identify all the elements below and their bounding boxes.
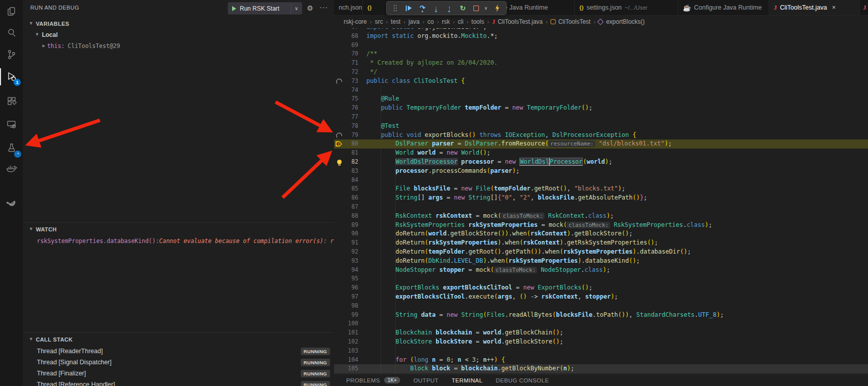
close-icon[interactable]: × <box>832 4 836 11</box>
stop-chevron-icon[interactable]: ∨ <box>484 3 490 14</box>
glyph-margin[interactable] <box>336 195 346 202</box>
variables-scope-local[interactable]: ▼ Local <box>23 29 334 40</box>
code-line-98[interactable]: 98 <box>334 302 868 311</box>
call-stack-thread[interactable]: Thread [Reference Handler]RUNNING <box>23 379 334 386</box>
glyph-margin[interactable] <box>336 185 346 192</box>
glyph-margin[interactable] <box>336 365 346 372</box>
glyph-margin[interactable] <box>336 329 346 336</box>
glyph-margin[interactable] <box>336 230 346 237</box>
step-out-button[interactable]: ↑ <box>444 3 455 14</box>
glyph-margin[interactable] <box>336 60 346 67</box>
tab-clitoolstest-java[interactable]: JCliToolsTest.java× <box>769 0 860 15</box>
code-line-89[interactable]: 89RskSystemProperties rskSystemPropertie… <box>334 221 868 230</box>
code-line-85[interactable]: 85File blocksFile = new File(tempFolder.… <box>334 184 868 194</box>
call-stack-thread[interactable]: Thread [Signal Dispatcher]RUNNING <box>23 357 334 368</box>
code-line-91[interactable]: 91doReturn(rskSystemProperties).when(rsk… <box>334 238 868 248</box>
code-line-88[interactable]: 88RskContext rskContext = mock(classToMo… <box>334 212 868 221</box>
toolbar-drag-handle[interactable] <box>390 3 401 14</box>
code-line-100[interactable]: 100 <box>334 319 868 328</box>
call-stack-section-header[interactable]: ▼ CALL STACK <box>23 334 334 345</box>
code-line-103[interactable]: 103 <box>334 347 868 356</box>
explorer-icon[interactable] <box>0 1 23 22</box>
glyph-margin[interactable] <box>336 222 346 229</box>
code-line-72[interactable]: 72 */ <box>334 68 868 77</box>
docker-icon[interactable] <box>0 158 23 179</box>
search-icon[interactable] <box>0 22 23 43</box>
glyph-margin[interactable] <box>336 132 346 139</box>
glyph-margin[interactable] <box>336 348 346 355</box>
code-editor[interactable]: 67import static org.junit.Assert.*;68imp… <box>334 0 868 374</box>
glyph-margin[interactable] <box>336 339 346 346</box>
glyph-margin[interactable] <box>336 294 346 301</box>
tab-settings-json[interactable]: {}settings.json~/.../User <box>575 0 678 15</box>
variable-this[interactable]: ▼ this: CliToolsTest@29 <box>23 40 334 52</box>
code-line-84[interactable]: 84 <box>334 176 868 185</box>
code-line-73[interactable]: 73public class CliToolsTest { <box>334 77 868 86</box>
glyph-margin[interactable] <box>336 204 346 211</box>
glyph-margin[interactable] <box>336 239 346 247</box>
extensions-icon[interactable] <box>0 90 23 112</box>
glyph-margin[interactable] <box>336 312 346 319</box>
run-and-debug-icon[interactable]: 1 <box>0 66 23 87</box>
stop-button[interactable] <box>471 3 482 14</box>
breadcrumb-rskj-core[interactable]: rskj-core <box>344 18 367 25</box>
panel-tab-output[interactable]: OUTPUT <box>413 377 439 383</box>
panel-tab-problems[interactable]: PROBLEMS1K+ <box>346 377 400 383</box>
glyph-margin[interactable] <box>336 177 346 184</box>
code-line-80[interactable]: 80DslParser parser = DslParser.fromResou… <box>334 139 868 149</box>
panel-tab-debug-console[interactable]: DEBUG CONSOLE <box>496 377 549 383</box>
breadcrumb-rsk[interactable]: rsk <box>442 18 450 25</box>
breadcrumb-java[interactable]: java <box>408 18 419 25</box>
step-into-button[interactable]: ↓ <box>430 3 442 14</box>
testing-flask-icon[interactable]: ◔ <box>0 137 23 159</box>
glyph-margin[interactable] <box>336 284 346 292</box>
glyph-margin[interactable] <box>336 95 346 103</box>
watch-section-header[interactable]: ▼ WATCH <box>23 224 334 235</box>
glyph-margin[interactable] <box>336 123 346 130</box>
code-line-104[interactable]: 104for (long n = 0; n < 3; n++) { <box>334 356 868 365</box>
code-line-96[interactable]: 96ExportBlocks exportBlocksCliTool = new… <box>334 283 868 293</box>
restart-button[interactable]: ↻ <box>457 3 468 14</box>
variables-section-header[interactable]: ▼ VARIABLES <box>23 18 334 29</box>
step-over-button[interactable]: ↷ <box>417 3 428 14</box>
glyph-margin[interactable] <box>336 159 346 166</box>
code-line-78[interactable]: 78@Test <box>334 122 868 131</box>
code-line-82[interactable]: 82WorldDslProcessor processor = new Worl… <box>334 158 868 167</box>
code-line-69[interactable]: 69 <box>334 41 868 50</box>
code-line-92[interactable]: 92doReturn(tempFolder.getRoot().getPath(… <box>334 248 868 257</box>
call-stack-thread[interactable]: Thread [Finalizer]RUNNING <box>23 368 334 379</box>
code-line-105[interactable]: 105Block block = blockchain.getBlockByNu… <box>334 364 868 373</box>
code-line-90[interactable]: 90doReturn(world.getBlockStore()).when(r… <box>334 229 868 238</box>
code-line-83[interactable]: 83processor.processCommands(parser); <box>334 167 868 176</box>
breadcrumb-file[interactable]: JCliToolsTest.java <box>492 18 542 26</box>
breadcrumb-class[interactable]: CliToolsTest <box>551 18 590 25</box>
code-line-77[interactable]: 77 <box>334 113 868 122</box>
code-line-97[interactable]: 97exportBlocksCliTool.execute(args, () -… <box>334 293 868 302</box>
watch-expression[interactable]: rskSystemProperties.databaseKind(): Cann… <box>23 235 334 247</box>
code-line-93[interactable]: 93doReturn(DbKind.LEVEL_DB).when(rskSyst… <box>334 257 868 266</box>
code-line-102[interactable]: 102BlockStore blockStore = world.getBloc… <box>334 337 868 347</box>
glyph-margin[interactable] <box>336 150 346 157</box>
code-line-95[interactable]: 95 <box>334 274 868 283</box>
hot-code-replace-button[interactable] <box>492 3 503 14</box>
chevron-down-icon[interactable]: ∨ <box>291 3 302 14</box>
glyph-margin[interactable] <box>336 51 346 58</box>
tab-nch-json[interactable]: nch.json <box>334 0 363 15</box>
glyph-margin[interactable] <box>336 78 346 85</box>
breadcrumb-test[interactable]: test <box>391 18 400 25</box>
code-line-101[interactable]: 101Blockchain blockchain = world.getBloc… <box>334 328 868 337</box>
code-line-86[interactable]: 86String[] args = new String[]{"0", "2",… <box>334 194 868 203</box>
breadcrumb-cli[interactable]: cli <box>458 18 463 25</box>
code-line-76[interactable]: 76public TemporaryFolder tempFolder = ne… <box>334 104 868 113</box>
glyph-margin[interactable] <box>336 87 346 94</box>
code-line-70[interactable]: 70/** <box>334 50 868 59</box>
glyph-margin[interactable] <box>336 258 346 265</box>
code-line-79[interactable]: 79public void exportBlocks() throws IOEx… <box>334 131 868 140</box>
code-line-68[interactable]: 68import static org.mockito.Mockito.*; <box>334 32 868 41</box>
glyph-margin[interactable] <box>336 320 346 327</box>
breadcrumb-tools[interactable]: tools <box>471 18 484 25</box>
call-stack-thread[interactable]: Thread [ReaderThread]RUNNING <box>23 346 334 357</box>
glyph-margin[interactable] <box>336 114 346 121</box>
glyph-margin[interactable] <box>336 249 346 256</box>
run-configuration-dropdown[interactable]: Run RSK Start ∨ <box>228 2 302 15</box>
